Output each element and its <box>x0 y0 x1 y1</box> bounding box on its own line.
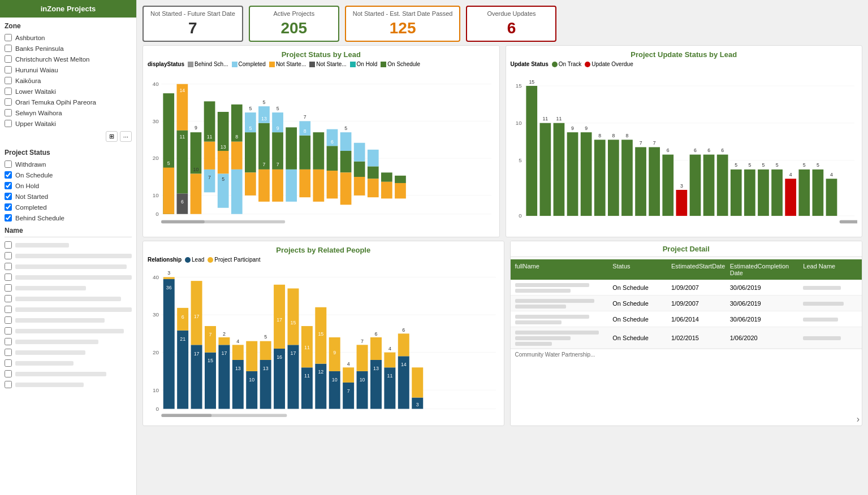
zone-checkbox[interactable] <box>5 45 12 52</box>
zone-checkbox[interactable] <box>5 88 12 95</box>
svg-rect-83 <box>381 172 392 181</box>
kpi-title: Active Projects <box>257 10 331 17</box>
zone-checkbox[interactable] <box>5 109 12 116</box>
sidebar-zone-item: Banks Peninsula <box>0 43 136 54</box>
svg-rect-15 <box>176 131 188 194</box>
svg-text:5: 5 <box>249 125 252 131</box>
svg-text:5: 5 <box>762 162 765 168</box>
name-checkbox[interactable] <box>5 338 12 345</box>
svg-text:5: 5 <box>802 162 805 168</box>
svg-rect-228 <box>412 367 423 397</box>
svg-rect-113 <box>635 147 646 216</box>
chart3-legend: Relationship Lead Project Participant <box>148 257 499 263</box>
name-checkbox[interactable] <box>5 381 12 388</box>
svg-rect-59 <box>286 170 297 202</box>
kpi-value: 125 <box>353 19 453 37</box>
chart2-legend-label: Update Status <box>511 61 549 67</box>
sidebar-status-item: On Schedule <box>0 170 136 180</box>
expand-icon[interactable]: ⊞ <box>106 131 118 142</box>
chart-related-people: Projects by Related People Relationship … <box>142 241 504 426</box>
sidebar-zone-item: Christchurch West Melton <box>0 54 136 64</box>
svg-text:13: 13 <box>373 366 379 371</box>
table-row: On Schedule 1/02/2015 1/06/2020 <box>511 327 862 349</box>
svg-rect-79 <box>354 143 365 162</box>
zone-checkbox[interactable] <box>5 98 12 106</box>
status-checkbox[interactable] <box>5 214 12 222</box>
name-checkbox[interactable] <box>5 316 12 324</box>
svg-rect-67 <box>313 170 325 202</box>
svg-rect-47 <box>258 170 270 202</box>
svg-rect-207 <box>343 383 354 409</box>
status-checkbox[interactable] <box>5 182 12 189</box>
svg-text:6: 6 <box>707 147 710 153</box>
svg-rect-212 <box>357 345 368 371</box>
legend-lead: Lead <box>185 257 204 263</box>
status-checkbox[interactable] <box>5 193 12 200</box>
svg-text:6: 6 <box>721 147 724 153</box>
svg-text:7: 7 <box>304 114 306 120</box>
svg-rect-232 <box>161 414 211 417</box>
svg-rect-78 <box>354 177 365 196</box>
zone-checkbox[interactable] <box>5 120 12 127</box>
name-checkbox[interactable] <box>5 295 12 302</box>
status-checkbox[interactable] <box>5 160 12 168</box>
name-checkbox[interactable] <box>5 273 12 281</box>
more-icon[interactable]: ··· <box>120 131 132 142</box>
name-checkbox[interactable] <box>5 306 12 313</box>
chart1-title: Project Status by Lead <box>148 50 495 59</box>
col-start: EstimatedStartDate <box>669 263 728 276</box>
chart3-title: Projects by Related People <box>148 246 499 254</box>
svg-rect-224 <box>398 333 409 356</box>
legend-behind: Behind Sch... <box>188 61 228 67</box>
svg-text:8: 8 <box>598 133 601 138</box>
svg-text:5: 5 <box>249 106 252 111</box>
svg-text:6: 6 <box>375 331 378 337</box>
status-checkbox[interactable] <box>5 203 12 211</box>
svg-text:7: 7 <box>263 162 266 167</box>
kpi-title: Not Started - Future Start Date <box>150 10 235 17</box>
name-checkbox[interactable] <box>5 327 12 335</box>
name-checkbox[interactable] <box>5 370 12 377</box>
svg-text:5: 5 <box>748 162 751 168</box>
cell-start: 1/06/2014 <box>669 316 728 323</box>
kpi-title: Overdue Updates <box>474 10 549 17</box>
svg-rect-41 <box>245 132 256 172</box>
name-checkbox[interactable] <box>5 359 12 367</box>
zone-checkbox[interactable] <box>5 66 12 73</box>
table-footer: Community Water Partnership... <box>511 349 862 360</box>
svg-text:10: 10 <box>515 120 521 126</box>
svg-text:3: 3 <box>416 402 419 407</box>
sidebar-controls: ⊞ ··· <box>0 129 136 144</box>
svg-text:30: 30 <box>153 118 159 124</box>
scroll-right-icon[interactable]: › <box>857 414 860 424</box>
svg-rect-66 <box>313 132 325 170</box>
legend-notstarted2: Not Starte... <box>309 61 346 67</box>
svg-rect-133 <box>771 170 783 216</box>
name-checkbox[interactable] <box>5 241 12 249</box>
zone-checkbox[interactable] <box>5 55 12 63</box>
svg-text:5: 5 <box>277 106 279 111</box>
zone-checkbox[interactable] <box>5 34 12 41</box>
svg-rect-73 <box>340 151 352 172</box>
svg-rect-137 <box>798 170 810 216</box>
bottom-row: Projects by Related People Relationship … <box>137 237 868 429</box>
svg-text:13: 13 <box>221 144 226 150</box>
col-lead: Lead Name <box>801 263 860 276</box>
svg-text:6: 6 <box>182 314 184 320</box>
name-checkbox[interactable] <box>5 284 12 292</box>
name-checkbox[interactable] <box>5 349 12 356</box>
list-item <box>5 379 132 390</box>
svg-text:4: 4 <box>789 172 792 177</box>
name-checkbox[interactable] <box>5 263 12 270</box>
svg-text:5: 5 <box>263 99 266 105</box>
svg-rect-36 <box>231 142 243 170</box>
zone-checkbox[interactable] <box>5 77 12 84</box>
status-checkbox[interactable] <box>5 171 12 179</box>
svg-text:7: 7 <box>277 162 279 167</box>
svg-rect-119 <box>676 190 687 216</box>
svg-rect-42 <box>245 172 256 196</box>
cell-start: 1/09/2007 <box>669 284 728 291</box>
svg-text:14: 14 <box>179 88 185 93</box>
name-checkbox[interactable] <box>5 252 12 259</box>
cell-end: 30/06/2019 <box>728 300 801 307</box>
